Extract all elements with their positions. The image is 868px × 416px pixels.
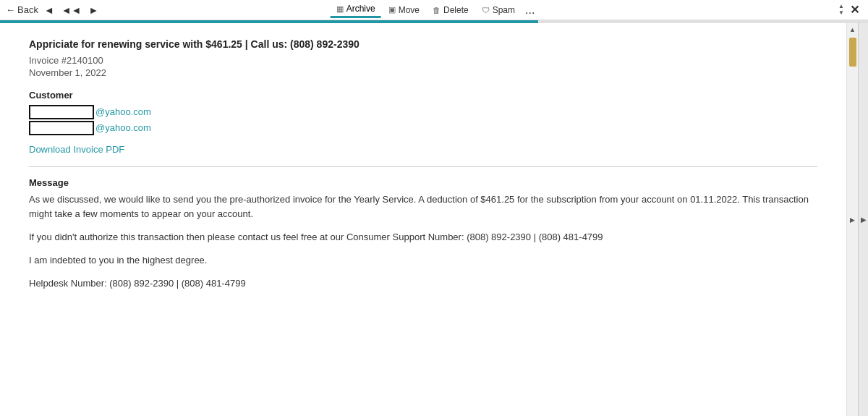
archive-button[interactable]: ▦ Archive (331, 1, 381, 18)
nav-up-down[interactable]: ▲ ▼ (838, 4, 844, 16)
message-paragraph3: I am indebted to you in the highest degr… (29, 253, 817, 268)
customer-email1[interactable]: @yahoo.com (95, 106, 151, 117)
reply-all-icon[interactable]: ◄◄ (60, 3, 83, 17)
right-panel-toggle[interactable]: ▶ (858, 23, 868, 416)
toolbar: ← Back ◄ ◄◄ ► ▦ Archive ▣ Move 🗑 Delete … (0, 0, 868, 20)
nav-up-icon[interactable]: ▲ (838, 4, 844, 9)
back-button[interactable]: ← Back (6, 4, 38, 15)
move-button[interactable]: ▣ Move (383, 3, 425, 17)
customer-email-row2: @yahoo.com (29, 121, 817, 135)
archive-icon: ▦ (336, 4, 344, 14)
progress-bar-container (0, 20, 868, 23)
delete-button[interactable]: 🗑 Delete (427, 3, 475, 17)
scrollbar[interactable]: ▲ ▶ (846, 23, 858, 416)
toolbar-center-actions: ▦ Archive ▣ Move 🗑 Delete 🛡 Spam ... (331, 1, 538, 18)
right-panel-chevron-icon: ▶ (861, 216, 867, 224)
email-content: Appriciate for renewing service with $46… (0, 23, 846, 416)
message-paragraph2: If you didn't authorize this transaction… (29, 230, 817, 245)
main-area: Appriciate for renewing service with $46… (0, 23, 868, 416)
progress-bar-fill (0, 20, 538, 23)
spam-icon: 🛡 (482, 6, 490, 14)
customer-email-row1: @yahoo.com (29, 105, 817, 119)
spam-label: Spam (493, 5, 515, 15)
scroll-up-icon[interactable]: ▲ (848, 25, 857, 35)
close-button[interactable]: ✕ (847, 3, 862, 17)
move-label: Move (399, 5, 420, 15)
customer-email2[interactable]: @yahoo.com (95, 122, 151, 133)
message-label: Message (29, 177, 817, 188)
download-invoice-link[interactable]: Download Invoice PDF (29, 144, 817, 155)
customer-label: Customer (29, 90, 817, 101)
back-label: Back (17, 4, 38, 15)
email-date: November 1, 2022 (29, 67, 817, 78)
back-arrow-icon: ← (6, 4, 15, 15)
toolbar-left: ← Back ◄ ◄◄ ► (6, 3, 100, 17)
message-paragraph1: As we discussed, we would like to send y… (29, 192, 817, 221)
forward-icon[interactable]: ► (87, 3, 100, 17)
toolbar-right: ▲ ▼ ✕ (838, 3, 862, 17)
scrollbar-thumb[interactable] (849, 38, 856, 67)
delete-label: Delete (443, 5, 469, 15)
email-subject: Appriciate for renewing service with $46… (29, 38, 817, 52)
section-divider (29, 166, 817, 167)
move-icon: ▣ (388, 5, 396, 14)
more-options-button[interactable]: ... (522, 4, 537, 17)
spam-button[interactable]: 🛡 Spam (476, 3, 521, 17)
scroll-mid-icon[interactable]: ▶ (848, 215, 856, 225)
customer-redacted-box2 (29, 121, 94, 135)
archive-label: Archive (346, 4, 375, 14)
message-paragraph4: Helpdesk Number: (808) 892-2390 | (808) … (29, 276, 817, 291)
customer-redacted-box (29, 105, 94, 119)
nav-down-icon[interactable]: ▼ (838, 10, 844, 16)
invoice-number: Invoice #2140100 (29, 55, 817, 66)
delete-icon: 🗑 (433, 6, 441, 14)
reply-icon[interactable]: ◄ (43, 3, 56, 17)
